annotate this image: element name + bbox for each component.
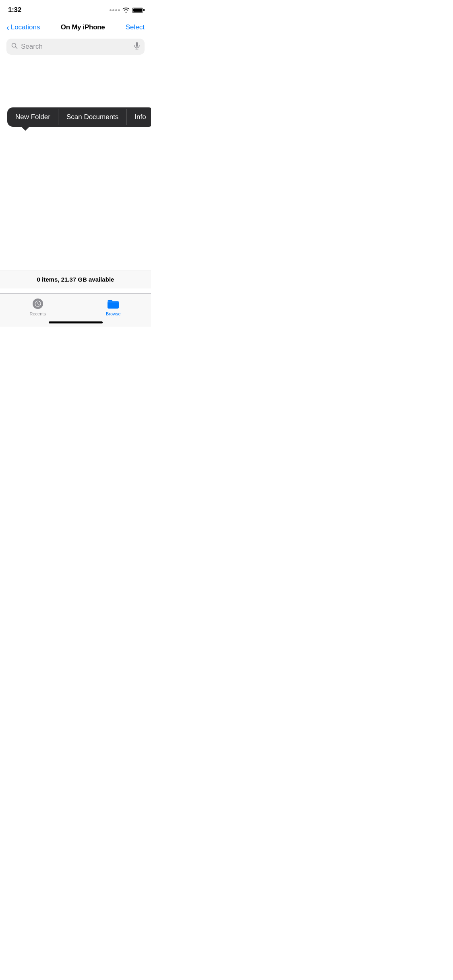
tab-browse[interactable]: Browse <box>101 298 125 316</box>
svg-rect-9 <box>108 301 119 303</box>
browse-tab-label: Browse <box>106 311 121 316</box>
svg-rect-2 <box>136 42 138 47</box>
main-content: New Folder Scan Documents Info 0 items, … <box>0 59 151 288</box>
search-icon <box>11 43 18 51</box>
status-icons <box>110 7 143 13</box>
new-folder-menu-item[interactable]: New Folder <box>7 107 58 127</box>
wifi-icon <box>122 7 130 13</box>
signal-icon <box>110 9 120 11</box>
storage-info-text: 0 items, 21.37 GB available <box>37 276 114 283</box>
recents-icon <box>32 298 44 310</box>
back-button[interactable]: ‹ Locations <box>6 23 40 31</box>
status-bar: 1:32 <box>0 0 151 18</box>
context-menu: New Folder Scan Documents Info <box>7 107 151 127</box>
browse-icon <box>107 298 119 310</box>
tab-recents[interactable]: Recents <box>26 298 50 316</box>
search-bar[interactable]: Search <box>6 39 145 55</box>
info-menu-item[interactable]: Info <box>126 107 151 127</box>
back-label: Locations <box>11 23 40 31</box>
search-container: Search <box>0 39 151 59</box>
status-time: 1:32 <box>8 6 21 14</box>
tab-bar: Recents Browse <box>0 293 151 327</box>
storage-info: 0 items, 21.37 GB available <box>0 270 151 288</box>
back-chevron-icon: ‹ <box>6 23 9 31</box>
search-placeholder: Search <box>21 43 131 51</box>
context-menu-arrow <box>21 127 29 131</box>
battery-icon <box>132 8 143 13</box>
svg-line-1 <box>16 47 17 49</box>
select-button[interactable]: Select <box>126 23 145 31</box>
home-indicator <box>49 321 103 323</box>
context-menu-popup: New Folder Scan Documents Info <box>7 107 151 127</box>
nav-bar: ‹ Locations On My iPhone Select <box>0 18 151 39</box>
svg-line-7 <box>38 304 39 305</box>
microphone-icon[interactable] <box>134 42 140 51</box>
clock-icon <box>33 299 43 309</box>
page-title: On My iPhone <box>61 23 105 31</box>
recents-tab-label: Recents <box>30 311 46 316</box>
scan-documents-menu-item[interactable]: Scan Documents <box>58 107 126 127</box>
